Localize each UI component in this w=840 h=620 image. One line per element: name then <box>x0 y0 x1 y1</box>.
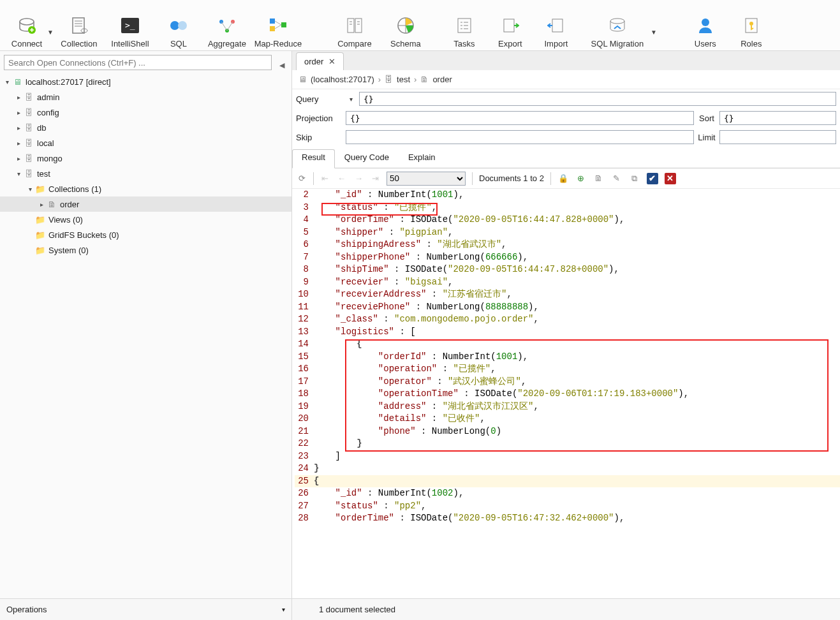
tree-caret-icon[interactable]: ▸ <box>14 155 23 162</box>
tasks-icon <box>453 15 475 36</box>
add-doc-icon[interactable]: ⊕ <box>575 173 587 184</box>
toolbar-label: Schema <box>390 39 421 48</box>
svg-rect-15 <box>355 18 362 33</box>
tree-db-test[interactable]: ▾🗄test <box>0 166 291 181</box>
compare-button[interactable]: Compare <box>329 3 380 48</box>
toolbar-label: Import <box>544 39 568 48</box>
roles-button[interactable]: Roles <box>728 3 774 48</box>
tree-db-db[interactable]: ▸🗄db <box>0 120 291 135</box>
svg-point-20 <box>610 18 624 24</box>
close-tab-icon[interactable]: ✕ <box>328 57 335 66</box>
code-line: 2 "_id" : NumberInt(1001), <box>295 189 840 202</box>
result-tab-query-code[interactable]: Query Code <box>335 149 399 168</box>
toolbar-label: Export <box>498 39 522 48</box>
mapreduce-button[interactable]: Map-Reduce <box>253 3 304 48</box>
page-size-select[interactable]: 50 <box>387 172 466 186</box>
next-page-icon[interactable]: → <box>353 173 364 183</box>
limit-input[interactable] <box>719 130 836 144</box>
sql-icon <box>168 15 189 36</box>
query-input[interactable] <box>359 92 836 106</box>
code-line: 7 "shipperPhone" : NumberLong(666666), <box>295 251 840 264</box>
delete-doc-icon[interactable]: ✕ <box>665 173 676 184</box>
query-dropdown-icon[interactable]: ▾ <box>350 96 353 103</box>
tree-db-config[interactable]: ▸🗄config <box>0 105 291 120</box>
collection-icon <box>68 15 90 36</box>
toolbar-label: Map-Reduce <box>254 39 302 48</box>
projection-input[interactable] <box>346 111 694 125</box>
sql-button[interactable]: SQL <box>156 3 202 48</box>
projection-label: Projection <box>296 114 346 123</box>
result-toolbar: ⟳ ⇤ ← → ⇥ 50 Documents 1 to 2 🔒 ⊕ 🗎 ✎ ⧉ … <box>292 168 840 189</box>
toolbar-label: Users <box>695 39 716 48</box>
schema-button[interactable]: Schema <box>380 3 431 48</box>
dropdown-caret-icon[interactable]: ▼ <box>651 29 657 36</box>
tree-caret-icon[interactable]: ▸ <box>37 201 46 208</box>
operations-panel-header[interactable]: Operations ▾ <box>0 599 292 620</box>
tree-views[interactable]: 📁Views (0) <box>0 212 291 227</box>
copy-doc-icon[interactable]: ⧉ <box>629 173 640 184</box>
sqlmigration-icon <box>607 15 628 36</box>
tree-node-label: Views (0) <box>48 215 83 225</box>
svg-point-7 <box>178 21 187 30</box>
query-label: Query <box>296 94 346 104</box>
result-tab-result[interactable]: Result <box>292 149 335 168</box>
crumb-conn[interactable]: (localhost:27017) <box>311 75 374 84</box>
tree-db-mongo[interactable]: ▸🗄mongo <box>0 151 291 166</box>
code-line: 26 "_id" : NumberInt(1002), <box>295 487 840 500</box>
prev-page-icon[interactable]: ← <box>336 173 347 183</box>
svg-rect-13 <box>281 22 286 27</box>
refresh-icon[interactable]: ⟳ <box>297 173 307 183</box>
toolbar-label: SQL <box>170 39 187 48</box>
tree-caret-icon[interactable]: ▾ <box>3 78 11 85</box>
tree-node-label: Collections (1) <box>48 184 101 194</box>
sqlmigration-button[interactable]: SQL Migration <box>579 3 656 48</box>
users-button[interactable]: Users <box>682 3 728 48</box>
import-icon <box>545 15 567 36</box>
tree-db-local[interactable]: ▸🗄local <box>0 135 291 151</box>
view-doc-icon[interactable]: 🗎 <box>593 173 605 184</box>
svg-rect-19 <box>552 19 563 32</box>
last-page-icon[interactable]: ⇥ <box>371 173 380 183</box>
svg-rect-14 <box>348 18 354 33</box>
tree-caret-icon[interactable]: ▾ <box>26 186 34 193</box>
crumb-db[interactable]: test <box>397 75 410 84</box>
tree-system[interactable]: 📁System (0) <box>0 242 291 258</box>
tree-caret-icon[interactable]: ▸ <box>14 124 23 131</box>
json-result-view[interactable]: 2 "_id" : NumberInt(1001),3 "status" : "… <box>292 189 840 598</box>
lock-icon[interactable]: 🔒 <box>557 173 569 184</box>
tree-caret-icon[interactable]: ▾ <box>14 170 23 177</box>
tree-collection-order[interactable]: ▸🗎order <box>0 196 291 212</box>
tree-gridfs[interactable]: 📁GridFS Buckets (0) <box>0 227 291 242</box>
svg-point-6 <box>170 21 179 30</box>
collapse-left-icon[interactable]: ◀ <box>279 61 284 70</box>
first-page-icon[interactable]: ⇤ <box>320 173 330 183</box>
sort-input[interactable] <box>719 111 836 125</box>
edit-doc-icon[interactable]: ✎ <box>611 173 623 184</box>
code-line: 6 "shippingAdress" : "湖北省武汉市", <box>295 239 840 251</box>
code-line: 24} <box>295 462 840 475</box>
tree-connection[interactable]: ▾🖥localhost:27017 [direct] <box>0 74 291 89</box>
tree-node-icon: 🗄 <box>23 108 34 117</box>
result-tab-explain[interactable]: Explain <box>399 149 445 168</box>
tree-db-admin[interactable]: ▸🗄admin <box>0 89 291 105</box>
collection-button[interactable]: Collection <box>54 3 105 48</box>
crumb-coll[interactable]: order <box>432 75 452 84</box>
tree-caret-icon[interactable]: ▸ <box>14 140 23 147</box>
search-input[interactable] <box>4 55 272 70</box>
tree-caret-icon[interactable]: ▸ <box>14 109 23 116</box>
tree-collections[interactable]: ▾📁Collections (1) <box>0 181 291 196</box>
tree-caret-icon[interactable]: ▸ <box>14 94 23 101</box>
tasks-button[interactable]: Tasks <box>441 3 487 48</box>
code-line: 23 ] <box>295 450 840 463</box>
connect-button[interactable]: Connect <box>1 3 52 48</box>
export-button[interactable]: Export <box>487 3 533 48</box>
aggregate-button[interactable]: Aggregate <box>202 3 253 48</box>
import-button[interactable]: Import <box>533 3 579 48</box>
tab-label: order <box>304 57 323 66</box>
tab-order[interactable]: order ✕ <box>296 52 344 70</box>
database-icon: 🗄 <box>385 75 393 84</box>
skip-input[interactable] <box>346 130 694 144</box>
dropdown-caret-icon[interactable]: ▼ <box>47 29 54 36</box>
intellishell-button[interactable]: >_IntelliShell <box>105 3 156 48</box>
find-icon[interactable]: ✔ <box>647 173 658 184</box>
